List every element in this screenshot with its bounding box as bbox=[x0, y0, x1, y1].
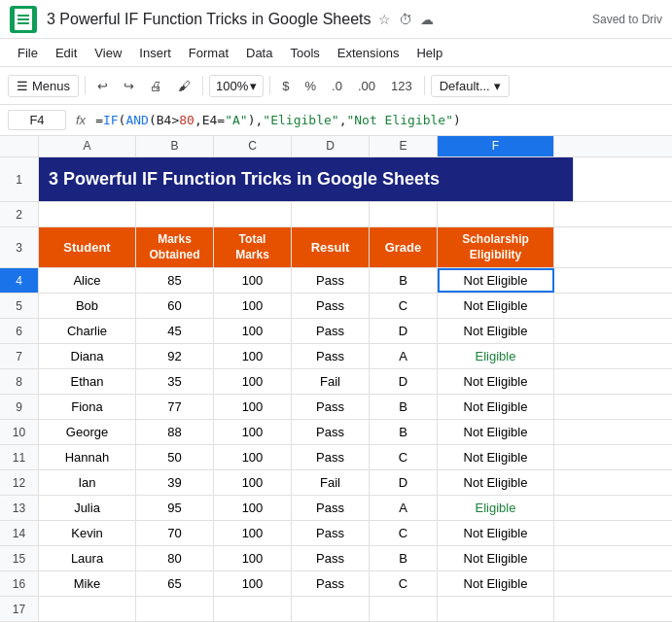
cell-d12[interactable]: Fail bbox=[292, 470, 370, 495]
row-num-9[interactable]: 9 bbox=[0, 395, 39, 419]
cell-b17[interactable] bbox=[136, 597, 214, 621]
menu-view[interactable]: View bbox=[87, 43, 129, 63]
col-header-e[interactable]: E bbox=[370, 136, 438, 156]
header-student[interactable]: Student bbox=[39, 227, 136, 267]
row-num-17[interactable]: 17 bbox=[0, 597, 39, 621]
header-eligibility[interactable]: ScholarshipEligibility bbox=[438, 227, 554, 267]
cell-d2[interactable] bbox=[292, 202, 370, 226]
cell-e13[interactable]: A bbox=[370, 496, 438, 520]
cell-c4[interactable]: 100 bbox=[214, 268, 292, 293]
cell-d7[interactable]: Pass bbox=[292, 344, 370, 368]
cell-c13[interactable]: 100 bbox=[214, 496, 292, 520]
cell-b5[interactable]: 60 bbox=[136, 294, 214, 318]
cell-c7[interactable]: 100 bbox=[214, 344, 292, 368]
cell-c8[interactable]: 100 bbox=[214, 369, 292, 394]
undo-button[interactable]: ↩ bbox=[91, 76, 114, 96]
cell-e12[interactable]: D bbox=[370, 470, 438, 495]
cell-e10[interactable]: B bbox=[370, 420, 438, 444]
cell-d13[interactable]: Pass bbox=[292, 496, 370, 520]
cell-a13[interactable]: Julia bbox=[39, 496, 136, 520]
cell-e2[interactable] bbox=[370, 202, 438, 226]
cell-d14[interactable]: Pass bbox=[292, 521, 370, 545]
row-num-13[interactable]: 13 bbox=[0, 496, 39, 520]
cell-f15[interactable]: Not Eligible bbox=[438, 546, 554, 570]
cell-b2[interactable] bbox=[136, 202, 214, 226]
paint-format-button[interactable]: 🖌 bbox=[172, 76, 196, 96]
cell-e7[interactable]: A bbox=[370, 344, 438, 368]
cell-d5[interactable]: Pass bbox=[292, 294, 370, 318]
cell-a1[interactable]: 3 Powerful IF Function Tricks in Google … bbox=[39, 157, 574, 201]
cell-b14[interactable]: 70 bbox=[136, 521, 214, 545]
header-grade[interactable]: Grade bbox=[370, 227, 438, 267]
cell-c17[interactable] bbox=[214, 597, 292, 621]
cell-d4[interactable]: Pass bbox=[292, 268, 370, 293]
col-header-c[interactable]: C bbox=[214, 136, 292, 156]
menu-edit[interactable]: Edit bbox=[48, 43, 85, 63]
cell-d9[interactable]: Pass bbox=[292, 395, 370, 419]
cell-f6[interactable]: Not Eligible bbox=[438, 319, 554, 343]
cell-d6[interactable]: Pass bbox=[292, 319, 370, 343]
header-total[interactable]: TotalMarks bbox=[214, 227, 292, 267]
row-num-5[interactable]: 5 bbox=[0, 294, 39, 318]
cell-a5[interactable]: Bob bbox=[39, 294, 136, 318]
cell-f13[interactable]: Eligible bbox=[438, 496, 554, 520]
cell-a4[interactable]: Alice bbox=[39, 268, 136, 293]
cell-c9[interactable]: 100 bbox=[214, 395, 292, 419]
cell-f7[interactable]: Eligible bbox=[438, 344, 554, 368]
redo-button[interactable]: ↪ bbox=[118, 76, 140, 96]
cell-f17[interactable] bbox=[438, 597, 554, 621]
row-num-6[interactable]: 6 bbox=[0, 319, 39, 343]
row-num-16[interactable]: 16 bbox=[0, 571, 39, 596]
row-num-14[interactable]: 14 bbox=[0, 521, 39, 545]
row-num-15[interactable]: 15 bbox=[0, 546, 39, 570]
currency-button[interactable]: $ bbox=[276, 76, 295, 96]
cell-a17[interactable] bbox=[39, 597, 136, 621]
cell-f16[interactable]: Not Eligible bbox=[438, 571, 554, 596]
cell-f5[interactable]: Not Eligible bbox=[438, 294, 554, 318]
cell-a2[interactable] bbox=[39, 202, 136, 226]
cell-a9[interactable]: Fiona bbox=[39, 395, 136, 419]
row-num-1[interactable]: 1 bbox=[0, 157, 39, 201]
cell-f14[interactable]: Not Eligible bbox=[438, 521, 554, 545]
cell-c15[interactable]: 100 bbox=[214, 546, 292, 570]
menu-insert[interactable]: Insert bbox=[131, 43, 179, 63]
col-header-d[interactable]: D bbox=[292, 136, 370, 156]
cell-b7[interactable]: 92 bbox=[136, 344, 214, 368]
cell-b10[interactable]: 88 bbox=[136, 420, 214, 444]
row-num-3[interactable]: 3 bbox=[0, 227, 39, 267]
col-header-b[interactable]: B bbox=[136, 136, 214, 156]
cell-d11[interactable]: Pass bbox=[292, 445, 370, 469]
font-selector[interactable]: Default... ▾ bbox=[431, 75, 510, 97]
cell-a11[interactable]: Hannah bbox=[39, 445, 136, 469]
zoom-button[interactable]: 100% ▾ bbox=[209, 75, 264, 97]
menu-help[interactable]: Help bbox=[408, 43, 450, 63]
history-icon[interactable]: ⏱ bbox=[399, 12, 412, 27]
cell-e4[interactable]: B bbox=[370, 268, 438, 293]
cell-e9[interactable]: B bbox=[370, 395, 438, 419]
row-num-8[interactable]: 8 bbox=[0, 369, 39, 394]
row-num-10[interactable]: 10 bbox=[0, 420, 39, 444]
cell-f10[interactable]: Not Eligible bbox=[438, 420, 554, 444]
row-num-11[interactable]: 11 bbox=[0, 445, 39, 469]
cell-a8[interactable]: Ethan bbox=[39, 369, 136, 394]
cell-a10[interactable]: George bbox=[39, 420, 136, 444]
cell-e5[interactable]: C bbox=[370, 294, 438, 318]
cell-b9[interactable]: 77 bbox=[136, 395, 214, 419]
col-header-f[interactable]: F bbox=[438, 136, 554, 156]
print-button[interactable]: 🖨 bbox=[144, 76, 168, 96]
cell-a7[interactable]: Diana bbox=[39, 344, 136, 368]
cell-b8[interactable]: 35 bbox=[136, 369, 214, 394]
col-header-a[interactable]: A bbox=[39, 136, 136, 156]
format-type-button[interactable]: 123 bbox=[385, 76, 418, 96]
cell-e8[interactable]: D bbox=[370, 369, 438, 394]
cell-a16[interactable]: Mike bbox=[39, 571, 136, 596]
cell-reference[interactable] bbox=[8, 110, 66, 130]
cell-e16[interactable]: C bbox=[370, 571, 438, 596]
cell-a6[interactable]: Charlie bbox=[39, 319, 136, 343]
cell-e17[interactable] bbox=[370, 597, 438, 621]
menu-format[interactable]: Format bbox=[181, 43, 236, 63]
cell-b15[interactable]: 80 bbox=[136, 546, 214, 570]
menu-data[interactable]: Data bbox=[238, 43, 280, 63]
cell-d10[interactable]: Pass bbox=[292, 420, 370, 444]
percent-button[interactable]: % bbox=[300, 76, 323, 96]
